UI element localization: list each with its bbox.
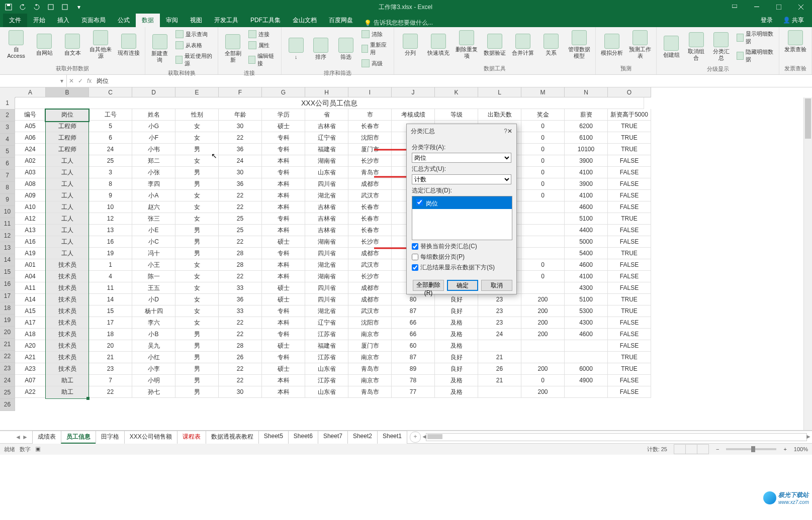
data-cell[interactable]: 硕士: [262, 363, 305, 375]
data-cell[interactable]: 南京市: [348, 375, 392, 386]
data-cell[interactable]: 硕士: [262, 121, 305, 132]
ribbon-tab-3[interactable]: 页面布局: [75, 14, 112, 27]
data-cell[interactable]: 及格: [435, 340, 478, 352]
data-cell[interactable]: 22: [219, 363, 262, 375]
data-cell[interactable]: 5000: [565, 236, 608, 248]
data-cell[interactable]: 87: [392, 305, 435, 317]
row-header[interactable]: 13: [0, 242, 15, 254]
ok-button[interactable]: 确定: [447, 280, 478, 291]
dialog-help-icon[interactable]: ?: [504, 128, 507, 135]
column-header[interactable]: J: [392, 87, 435, 97]
name-box[interactable]: ▾: [0, 75, 67, 87]
data-cell[interactable]: 22: [219, 329, 262, 340]
data-cell[interactable]: 良好: [435, 363, 478, 375]
data-cell[interactable]: 小E: [132, 225, 175, 236]
data-cell[interactable]: A19: [15, 248, 46, 259]
record-macro-icon[interactable]: ▣: [35, 446, 41, 452]
data-cell[interactable]: 技术员: [46, 329, 89, 340]
data-cell[interactable]: 王五: [132, 282, 175, 294]
column-header[interactable]: B: [46, 87, 89, 97]
data-cell[interactable]: 8: [89, 178, 132, 190]
data-cell[interactable]: TRUE: [608, 144, 651, 155]
data-cell[interactable]: [521, 248, 565, 259]
data-cell[interactable]: [521, 213, 565, 225]
data-cell[interactable]: A16: [15, 236, 46, 248]
ribbon-button[interactable]: 新建查询: [148, 29, 171, 68]
data-cell[interactable]: 四川省: [305, 248, 348, 259]
data-cell[interactable]: 吴九: [132, 340, 175, 352]
ribbon-button[interactable]: 模拟分析: [599, 29, 625, 60]
data-cell[interactable]: 男: [175, 352, 219, 363]
ribbon-button[interactable]: ↓: [285, 29, 308, 68]
data-cell[interactable]: 女: [175, 271, 219, 282]
data-cell[interactable]: 6100: [565, 132, 608, 144]
data-cell[interactable]: A11: [15, 282, 46, 294]
row-header[interactable]: 10: [0, 206, 15, 218]
data-cell[interactable]: 技术员: [46, 317, 89, 329]
data-cell[interactable]: 本科: [262, 317, 305, 329]
ribbon-button[interactable]: 自其他来源: [87, 29, 114, 60]
data-cell[interactable]: 长沙市: [348, 271, 392, 282]
data-cell[interactable]: 硕士: [262, 236, 305, 248]
row-header[interactable]: 25: [0, 387, 15, 399]
data-cell[interactable]: A12: [15, 213, 46, 225]
ribbon-small-button[interactable]: 连接: [246, 29, 278, 39]
ribbon-tab-4[interactable]: 公式: [112, 14, 136, 27]
data-cell[interactable]: 男: [175, 329, 219, 340]
items-listbox[interactable]: 岗位: [412, 196, 512, 240]
header-cell[interactable]: 奖金: [521, 109, 565, 121]
data-cell[interactable]: 22: [219, 190, 262, 201]
data-cell[interactable]: 本科: [262, 375, 305, 386]
data-cell[interactable]: 本科: [262, 386, 305, 398]
data-cell[interactable]: 小G: [132, 121, 175, 132]
data-cell[interactable]: 男: [175, 144, 219, 155]
data-cell[interactable]: FALSE: [608, 190, 651, 201]
ribbon-button[interactable]: 筛选: [334, 29, 357, 68]
data-cell[interactable]: 4100: [565, 271, 608, 282]
view-buttons[interactable]: [674, 444, 709, 454]
data-cell[interactable]: 28: [219, 248, 262, 259]
data-cell[interactable]: 男: [175, 178, 219, 190]
data-cell[interactable]: 男: [175, 167, 219, 178]
sheet-tab[interactable]: 员工信息: [61, 431, 96, 444]
header-cell[interactable]: 学历: [262, 109, 305, 121]
row-header[interactable]: 11: [0, 218, 15, 230]
pagebreak-checkbox[interactable]: [412, 254, 418, 260]
data-cell[interactable]: A18: [15, 329, 46, 340]
row-header[interactable]: 23: [0, 363, 15, 375]
data-cell[interactable]: A06: [15, 132, 46, 144]
data-cell[interactable]: 女: [175, 213, 219, 225]
data-cell[interactable]: 10: [89, 201, 132, 213]
sheet-tab[interactable]: Sheet6: [288, 431, 318, 444]
ribbon-tab-1[interactable]: 开始: [27, 14, 51, 27]
header-cell[interactable]: 薪资: [565, 109, 608, 121]
ribbon-button[interactable]: 数据验证: [482, 29, 508, 60]
minimize-icon[interactable]: [746, 0, 768, 14]
row-header[interactable]: 21: [0, 339, 15, 351]
ribbon-small-button[interactable]: 编辑链接: [246, 51, 278, 68]
method-select[interactable]: 计数: [412, 174, 511, 184]
ribbon-small-button[interactable]: 从表格: [173, 40, 215, 50]
data-cell[interactable]: FALSE: [608, 317, 651, 329]
row-header[interactable]: 20: [0, 327, 15, 339]
data-cell[interactable]: 本科: [262, 190, 305, 201]
column-header[interactable]: O: [608, 87, 651, 97]
cancel-formula-icon[interactable]: ✕: [69, 77, 74, 84]
data-cell[interactable]: [521, 352, 565, 363]
data-cell[interactable]: FALSE: [608, 386, 651, 398]
ribbon-options-icon[interactable]: [724, 0, 746, 14]
row-header[interactable]: 2: [0, 110, 15, 122]
data-cell[interactable]: 吉林省: [305, 121, 348, 132]
ribbon-button[interactable]: 分列: [397, 29, 423, 60]
header-cell[interactable]: 新资高于5000: [608, 109, 651, 121]
ribbon-button[interactable]: 删除重复项: [454, 29, 480, 60]
data-cell[interactable]: 23: [478, 294, 521, 305]
data-cell[interactable]: 200: [521, 305, 565, 317]
data-cell[interactable]: A01: [15, 259, 46, 271]
header-cell[interactable]: 年龄: [219, 109, 262, 121]
data-cell[interactable]: 李六: [132, 317, 175, 329]
data-cell[interactable]: 及格: [435, 386, 478, 398]
data-cell[interactable]: 11: [89, 282, 132, 294]
data-cell[interactable]: 湖北省: [305, 305, 348, 317]
data-cell[interactable]: 200: [521, 294, 565, 305]
